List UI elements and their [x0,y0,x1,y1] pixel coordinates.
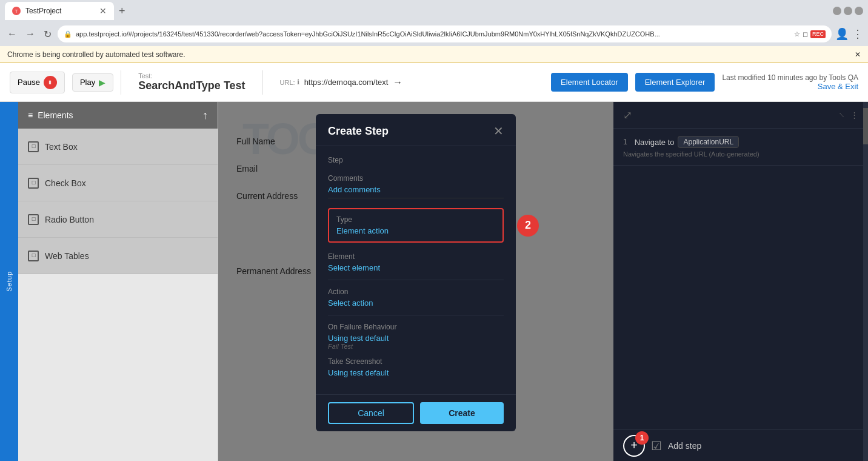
list-item-textbox[interactable]: ☐ Text Box [18,129,218,165]
forward-button[interactable]: → [23,27,38,41]
add-comments-link[interactable]: Add comments [328,185,504,198]
modal-header: Create Step ✕ [316,114,516,146]
cancel-button[interactable]: Cancel [328,402,414,424]
move-icon[interactable]: ⤢ [623,109,632,122]
last-modified-info: Last modified 10 minutes ago by Tools QA… [722,73,858,91]
checkbox-icon: ☐ [28,178,39,189]
comments-label: Comments [328,174,504,183]
extension-icon[interactable]: ◻ [803,30,808,38]
right-panel: ⤢ ⟍ ⋮ 1 Navigate to ApplicationURL Navig… [613,102,868,461]
type-value[interactable]: Element action [336,226,495,235]
active-tab[interactable]: T TestProject ✕ [5,2,114,20]
elements-sidebar: ≡ Elements ↑ ☐ Text Box ☐ Check Box ☐ Ra… [18,102,218,461]
create-step-modal: Create Step ✕ Step Comments Add comments [316,114,516,431]
action-select[interactable]: Select action [328,298,504,308]
webtables-icon: ☐ [28,251,39,261]
element-section: Element Select element [328,252,504,280]
close-button[interactable] [855,7,863,15]
on-failure-value[interactable]: Using test default [328,334,504,343]
menu-icon[interactable]: ⋮ [852,27,863,41]
on-failure-sub: Fail Test [328,343,504,350]
maximize-button[interactable] [844,7,852,15]
address-text: app.testproject.io/#/projects/163245/tes… [76,30,790,38]
url-arrow-icon: → [393,77,402,88]
automation-message: Chrome is being controlled by automated … [7,50,185,59]
info-icon: ℹ [297,78,299,86]
element-locator-button[interactable]: Element Locator [551,73,628,92]
action-section: Action Select action [328,288,504,315]
panel-menu-icon[interactable]: ⋮ [850,110,858,119]
automation-bar: Chrome is being controlled by automated … [0,46,868,63]
on-failure-label: On Failure Behaviour [328,323,504,331]
screenshot-section: Take Screenshot Using test default [328,357,504,377]
modal-overlay: Create Step ✕ Step Comments Add comments [218,102,613,461]
play-button[interactable]: Play ▶ [72,73,113,92]
step-label: Step [328,156,504,164]
create-button[interactable]: Create [420,402,504,424]
address-bar-icons: ☆ ◻ REC [794,30,826,38]
test-name: SearchAndType Test [138,79,245,92]
comments-field: Comments Add comments [328,174,504,198]
star-icon[interactable]: ☆ [794,30,800,38]
play-icon: ▶ [99,78,105,87]
step-number: 1 [623,138,627,146]
pause-label: Pause [18,78,40,87]
step-action-text: Navigate to [635,138,675,147]
toolbar-divider-2 [262,70,263,95]
element-select[interactable]: Select element [328,263,504,272]
profile-icon[interactable]: 👤 [835,27,849,41]
on-failure-section: On Failure Behaviour Using test default … [328,323,504,350]
modal-close-button[interactable]: ✕ [493,124,504,138]
setup-label: Setup [5,271,13,292]
modal-buttons: Cancel Create [316,394,516,431]
add-step-label: Add step [668,441,701,451]
list-item-radiobutton[interactable]: ☐ Radio Button [18,201,218,238]
webtables-label: Web Tables [45,251,89,261]
url-info: URL: ℹ https://demoqa.com/text → [270,77,413,88]
minimize-panel-icon[interactable]: ⟍ [838,110,846,119]
screenshot-label: Take Screenshot [328,357,504,366]
tab-favicon: T [12,7,21,15]
new-tab-button[interactable]: + [114,2,130,20]
add-step-button[interactable]: + 1 [623,435,645,457]
scrollbar[interactable] [863,102,868,461]
address-bar[interactable]: 🔒 app.testproject.io/#/projects/163245/t… [58,25,832,42]
last-modified-text: Last modified 10 minutes ago by Tools QA [722,73,858,82]
scrollbar-thumb[interactable] [863,108,868,144]
test-label: Test: [138,72,245,79]
modal-body: Step Comments Add comments Type Element … [316,146,516,394]
screenshot-value[interactable]: Using test default [328,368,504,377]
step-url-badge: ApplicationURL [678,136,739,148]
pause-button[interactable]: Pause ⏸ [10,72,65,93]
back-button[interactable]: ← [5,27,19,41]
minimize-button[interactable] [833,7,841,15]
list-item-checkbox[interactable]: ☐ Check Box [18,165,218,201]
type-label: Type [336,215,495,224]
textbox-label: Text Box [45,142,78,152]
upload-icon[interactable]: ↑ [202,109,208,122]
test-info: Test: SearchAndType Test [129,72,255,92]
reload-button[interactable]: ↻ [41,27,54,41]
setup-panel: Setup [0,102,18,461]
element-explorer-button[interactable]: Element Explorer [635,73,715,92]
steps-list: 1 Navigate to ApplicationURL Navigates t… [613,129,868,166]
url-label: URL: ℹ [280,78,299,86]
web-content: TOO Full Name Email Current Address Perm… [218,102,613,461]
action-label: Action [328,288,504,296]
modal-title: Create Step [328,125,389,138]
elements-title-text: Elements [38,110,73,120]
automation-close-icon[interactable]: ✕ [855,50,861,59]
step-action-row: 1 Navigate to ApplicationURL [623,136,858,148]
step-badge-1: 1 [635,431,649,445]
tab-close-icon[interactable]: ✕ [99,6,107,16]
step-field: Step [328,156,504,164]
step-description: Navigates the specified URL (Auto-genera… [623,150,858,158]
type-section: Type Element action 2 [328,208,504,243]
pause-icon: ⏸ [44,76,57,89]
right-panel-header: ⤢ ⟍ ⋮ [613,102,868,129]
save-exit-link[interactable]: Save & Exit [818,82,858,91]
list-item-webtables[interactable]: ☐ Web Tables [18,238,218,274]
rec-icon: REC [810,30,826,38]
radiobutton-label: Radio Button [45,215,94,224]
play-label: Play [80,78,95,87]
